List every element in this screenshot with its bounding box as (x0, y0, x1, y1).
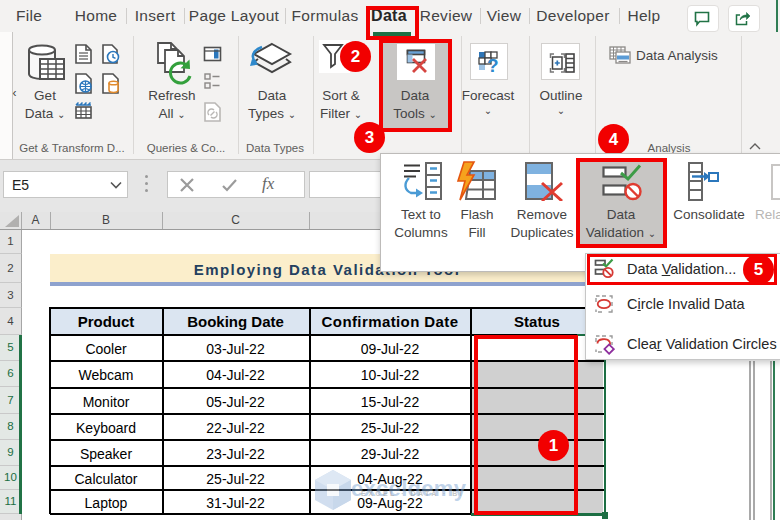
svg-text:?: ? (487, 55, 499, 74)
